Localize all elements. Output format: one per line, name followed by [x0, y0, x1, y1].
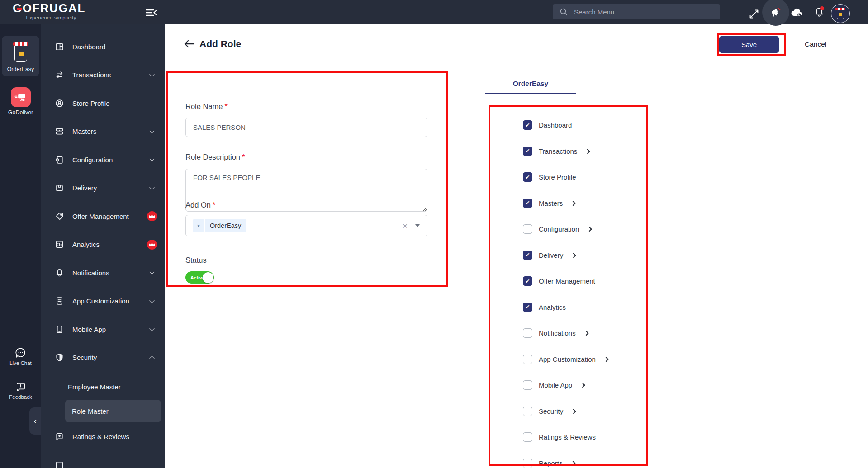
chevron-right-icon[interactable]	[570, 461, 575, 466]
checkbox[interactable]	[523, 224, 532, 234]
masters-icon	[55, 127, 65, 136]
search-input[interactable]	[573, 8, 704, 16]
checkbox[interactable]	[523, 147, 532, 156]
permission-label: Mobile App	[539, 381, 572, 389]
sidebar-item-dashboard[interactable]: Dashboard	[41, 33, 165, 61]
fullscreen-icon[interactable]	[749, 9, 759, 19]
main-sidebar: Dashboard Transactions Store Profile Mas…	[41, 24, 165, 468]
premium-badge	[147, 240, 157, 250]
app-rail-item-godeliver[interactable]: GoDeliver	[0, 87, 41, 116]
cancel-button[interactable]: Cancel	[802, 40, 829, 49]
checkbox[interactable]	[523, 432, 532, 442]
sidebar-item-configuration[interactable]: Configuration	[41, 146, 165, 174]
sidebar-item-offer-management[interactable]: Offer Management	[41, 202, 165, 231]
sidebar-item-label: Dashboard	[72, 43, 105, 51]
sidebar-item-analytics[interactable]: Analytics	[41, 231, 165, 259]
chevron-right-icon[interactable]	[587, 227, 592, 232]
chevron-right-icon[interactable]	[571, 253, 576, 258]
permission-item-store-profile: Store Profile	[523, 164, 699, 190]
sidebar-item-label: Offer Management	[72, 213, 129, 220]
role-description-input[interactable]: FOR SALES PEOPLE	[185, 169, 427, 212]
sidebar-subitem-label: Employee Master	[68, 383, 121, 391]
sidebar-item-label: Delivery	[72, 184, 97, 192]
sidebar-subitem-role-master[interactable]: Role Master	[65, 400, 161, 422]
tab-ordereasy[interactable]: OrderEasy	[485, 80, 576, 88]
search-bar[interactable]	[553, 4, 720, 19]
checkbox[interactable]	[523, 120, 532, 130]
permission-label: Delivery	[539, 251, 563, 259]
checkbox[interactable]	[523, 407, 532, 416]
checkbox[interactable]	[523, 459, 532, 468]
search-icon	[559, 7, 569, 17]
checkbox[interactable]	[523, 251, 532, 260]
sidebar-item-label: Security	[72, 354, 97, 361]
sidebar-item-label: Configuration	[72, 156, 113, 164]
chevron-right-icon[interactable]	[580, 383, 585, 388]
feedback-label: Feedback	[0, 394, 41, 400]
clear-selection-icon[interactable]: ×	[403, 222, 408, 230]
app-rail: OrderEasy GoDeliver	[0, 24, 41, 468]
checkbox[interactable]	[523, 328, 532, 338]
top-bar: GOFRUGAL Experience simplicity	[0, 0, 868, 24]
sidebar-item-label: Store Profile	[72, 99, 110, 107]
sidebar-collapse-handle[interactable]: ‹	[29, 407, 41, 435]
sidebar-subitem-employee-master[interactable]: Employee Master	[41, 373, 165, 400]
sidebar-item-transactions[interactable]: Transactions	[41, 61, 165, 90]
chevron-down-icon	[149, 184, 154, 189]
chevron-right-icon[interactable]	[585, 149, 590, 154]
chevron-down-icon	[149, 71, 154, 76]
checkbox[interactable]	[523, 303, 532, 312]
permission-label: Ratings & Reviews	[539, 433, 596, 441]
permission-label: Masters	[539, 199, 563, 207]
godeliver-app-icon	[11, 87, 31, 107]
permission-item-delivery: Delivery	[523, 242, 699, 269]
megaphone-icon[interactable]	[769, 6, 782, 20]
sidebar-item-masters[interactable]: Masters	[41, 118, 165, 146]
sidebar-item-store-profile[interactable]: Store Profile	[41, 89, 165, 118]
permission-label: App Customization	[539, 355, 596, 363]
chevron-up-icon	[149, 356, 154, 361]
chip-remove-icon[interactable]: ×	[193, 219, 205, 232]
checkbox[interactable]	[523, 172, 532, 182]
app-rail-item-ordereasy[interactable]: OrderEasy	[2, 36, 39, 76]
chevron-right-icon[interactable]	[571, 201, 576, 206]
sidebar-item-mobile-app[interactable]: Mobile App	[41, 315, 165, 344]
save-button[interactable]: Save	[719, 36, 779, 53]
checkbox[interactable]	[523, 380, 532, 390]
chevron-right-icon[interactable]	[571, 409, 576, 414]
status-toggle[interactable]: Active	[185, 271, 214, 284]
chevron-down-icon	[149, 298, 154, 303]
collapse-menu-icon[interactable]	[146, 9, 157, 16]
chevron-right-icon[interactable]	[583, 331, 588, 336]
sidebar-item-security[interactable]: Security	[41, 344, 165, 372]
checkbox[interactable]	[523, 276, 532, 286]
permission-item-analytics: Analytics	[523, 294, 699, 321]
back-arrow-icon[interactable]	[183, 39, 195, 48]
feedback-button[interactable]: Feedback	[0, 381, 41, 400]
store-profile-icon	[55, 99, 65, 108]
chip-label: OrderEasy	[205, 219, 246, 232]
dashboard-icon	[55, 42, 65, 52]
sidebar-item-app-customization[interactable]: App Customization	[41, 287, 165, 316]
live-chat-button[interactable]: Live Chat	[0, 347, 41, 366]
store-avatar-icon	[836, 8, 845, 19]
add-on-select[interactable]: × OrderEasy ×	[185, 215, 427, 236]
sidebar-item-label: Notifications	[72, 269, 109, 277]
ratings-reviews-icon	[55, 432, 65, 441]
sidebar-item-partial	[41, 460, 165, 468]
app-rail-label: GoDeliver	[0, 109, 41, 116]
permission-item-reports: Reports	[523, 450, 699, 468]
sidebar-item-delivery[interactable]: Delivery	[41, 174, 165, 203]
account-avatar[interactable]	[831, 4, 850, 23]
role-name-input[interactable]	[185, 118, 427, 137]
dropdown-caret-icon[interactable]	[415, 224, 420, 227]
sidebar-item-ratings-reviews[interactable]: Ratings & Reviews	[41, 422, 165, 451]
cloud-sync-icon[interactable]	[790, 8, 804, 18]
permission-item-notifications: Notifications	[523, 320, 699, 346]
chevron-right-icon[interactable]	[603, 357, 608, 362]
logo-tagline: Experience simplicity	[13, 15, 90, 20]
app-rail-label: OrderEasy	[2, 66, 39, 72]
checkbox[interactable]	[523, 355, 532, 364]
checkbox[interactable]	[523, 199, 532, 208]
sidebar-item-notifications[interactable]: Notifications	[41, 259, 165, 287]
